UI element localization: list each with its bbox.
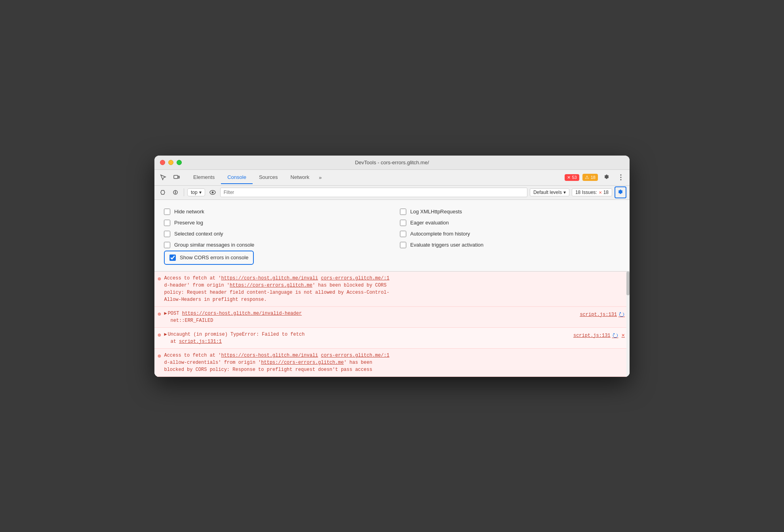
device-toolbar-button[interactable] <box>171 172 182 183</box>
preserve-log-checkbox[interactable] <box>164 220 170 226</box>
svg-point-10 <box>211 192 213 194</box>
devtools-window: DevTools - cors-errors.glitch.me/ E <box>154 156 630 377</box>
svg-rect-1 <box>178 176 179 178</box>
script-link-3-sub[interactable]: script.js:131:1 <box>179 339 222 344</box>
eager-eval-label: Eager evaluation <box>410 220 449 226</box>
eager-eval-checkbox[interactable] <box>400 220 406 226</box>
post-link[interactable]: https://cors-host.glitch.me/invalid-head… <box>182 311 302 316</box>
error-source-3: script.js:131 ⭮ ✕ <box>573 331 625 340</box>
settings-button[interactable] <box>601 172 612 183</box>
hide-network-label: Hide network <box>174 209 204 215</box>
warning-count: 18 <box>591 175 596 180</box>
error-icon-2: ⊗ <box>158 310 161 319</box>
inspect-element-button[interactable] <box>158 172 169 183</box>
error-text-1: Access to fetch at 'https://cors-host.gl… <box>164 275 625 303</box>
log-xmlhttp-row: Log XMLHttpRequests <box>400 206 620 217</box>
log-xmlhttp-label: Log XMLHttpRequests <box>410 209 462 215</box>
scrollbar-track <box>626 272 630 377</box>
hide-network-row: Hide network <box>164 206 384 217</box>
upload-icon-2[interactable]: ⭮ <box>618 310 625 319</box>
error-icon-3: ⊗ <box>158 331 161 340</box>
evaluate-triggers-label: Evaluate triggers user activation <box>410 242 483 248</box>
selected-context-checkbox[interactable] <box>164 231 170 237</box>
minimize-button[interactable] <box>168 160 173 165</box>
tab-sources[interactable]: Sources <box>253 171 284 184</box>
error-text-4: Access to fetch at 'https://cors-host.gl… <box>164 352 625 373</box>
tab-elements[interactable]: Elements <box>187 171 221 184</box>
cors-origin-link-4[interactable]: https://cors-errors.glitch.me <box>261 360 344 365</box>
more-options-button[interactable] <box>615 172 626 183</box>
selected-context-label: Selected context only <box>174 231 223 237</box>
error-row-1: ⊗ Access to fetch at 'https://cors-host.… <box>154 272 630 307</box>
cors-host-link-1[interactable]: https://cors-host.glitch.me/invali <box>221 276 318 281</box>
tabs: Elements Console Sources Network » <box>187 171 565 184</box>
log-xmlhttp-checkbox[interactable] <box>400 209 406 215</box>
svg-point-2 <box>620 175 622 176</box>
preserve-log-row: Preserve log <box>164 217 384 228</box>
group-similar-checkbox[interactable] <box>164 242 170 248</box>
tab-network[interactable]: Network <box>284 171 316 184</box>
eye-button[interactable] <box>207 187 218 198</box>
error-icon-1: ⊗ <box>158 275 161 283</box>
autocomplete-label: Autocomplete from history <box>410 231 470 237</box>
error-text-2: ▶POST https://cors-host.glitch.me/invali… <box>164 310 580 324</box>
autocomplete-checkbox[interactable] <box>400 231 406 237</box>
issues-error-icon: ✕ <box>599 190 602 195</box>
cors-errors-label: Show CORS errors in console <box>180 255 248 260</box>
settings-panel: Hide network Preserve log Selected conte… <box>154 200 630 272</box>
autocomplete-row: Autocomplete from history <box>400 228 620 239</box>
cors-origin-link-1[interactable]: https://cors-errors.glitch.me <box>230 283 312 288</box>
console-settings-button[interactable] <box>615 186 626 198</box>
evaluate-triggers-checkbox[interactable] <box>400 242 406 248</box>
cors-errors-checkbox[interactable] <box>169 255 176 261</box>
filter-button[interactable] <box>170 187 181 198</box>
tab-console[interactable]: Console <box>221 171 253 184</box>
tab-right-controls: ✕ 53 ⚠ 18 <box>565 172 627 183</box>
tab-more-button[interactable]: » <box>316 173 325 182</box>
eager-eval-row: Eager evaluation <box>400 217 620 228</box>
titlebar: DevTools - cors-errors.glitch.me/ <box>154 156 630 170</box>
selected-context-row: Selected context only <box>164 228 384 239</box>
context-selector[interactable]: top ▾ <box>187 188 205 196</box>
preserve-log-label: Preserve log <box>174 220 203 226</box>
upload-icon-3[interactable]: ⭮ <box>612 331 618 340</box>
expand-arrow-2[interactable]: ▶ <box>164 311 167 316</box>
cors-errors-link-4[interactable]: cors-errors.glitch.me/:1 <box>321 353 390 358</box>
clear-console-button[interactable] <box>158 187 168 198</box>
group-similar-row: Group similar messages in console <box>164 239 384 251</box>
scrollbar-thumb[interactable] <box>626 272 630 295</box>
error-row-4: ⊗ Access to fetch at 'https://cors-host.… <box>154 349 630 377</box>
cors-errors-row: Show CORS errors in console <box>164 251 254 265</box>
cors-errors-link-1[interactable]: cors-errors.glitch.me/:1 <box>321 276 390 281</box>
maximize-button[interactable] <box>177 160 182 165</box>
error-icon-4: ⊗ <box>158 352 161 361</box>
levels-label: Default levels <box>533 190 562 195</box>
svg-point-8 <box>175 193 176 194</box>
error-count-badge: ✕ 53 <box>565 174 579 181</box>
error-icon: ✕ <box>567 175 571 180</box>
devtools-body: Elements Console Sources Network » ✕ 53 … <box>154 170 630 377</box>
expand-arrow-3[interactable]: ▶ <box>164 332 167 337</box>
evaluate-triggers-row: Evaluate triggers user activation <box>400 239 620 251</box>
filter-input[interactable] <box>220 188 527 197</box>
cors-host-link-4[interactable]: https://cors-host.glitch.me/invali <box>221 353 318 358</box>
window-title: DevTools - cors-errors.glitch.me/ <box>355 160 429 165</box>
levels-dropdown[interactable]: Default levels ▾ <box>530 188 569 196</box>
context-dropdown-icon: ▾ <box>199 190 202 195</box>
error-count: 53 <box>572 175 577 180</box>
script-link-3[interactable]: script.js:131 <box>573 332 611 339</box>
context-label: top <box>191 190 198 195</box>
group-similar-label: Group similar messages in console <box>174 242 254 248</box>
hide-network-checkbox[interactable] <box>164 209 170 215</box>
warning-count-badge: ⚠ 18 <box>582 174 598 181</box>
warning-icon: ⚠ <box>585 175 589 180</box>
close-button[interactable] <box>160 160 165 165</box>
settings-right: Log XMLHttpRequests Eager evaluation Aut… <box>400 206 620 265</box>
console-content: ⊗ Access to fetch at 'https://cors-host.… <box>154 272 630 377</box>
script-link-2[interactable]: script.js:131 <box>580 311 617 318</box>
svg-point-4 <box>620 179 622 180</box>
svg-marker-5 <box>161 190 165 194</box>
dismiss-icon-3[interactable]: ✕ <box>622 331 625 340</box>
svg-point-3 <box>620 177 622 178</box>
error-row-2: ⊗ ▶POST https://cors-host.glitch.me/inva… <box>154 307 630 328</box>
